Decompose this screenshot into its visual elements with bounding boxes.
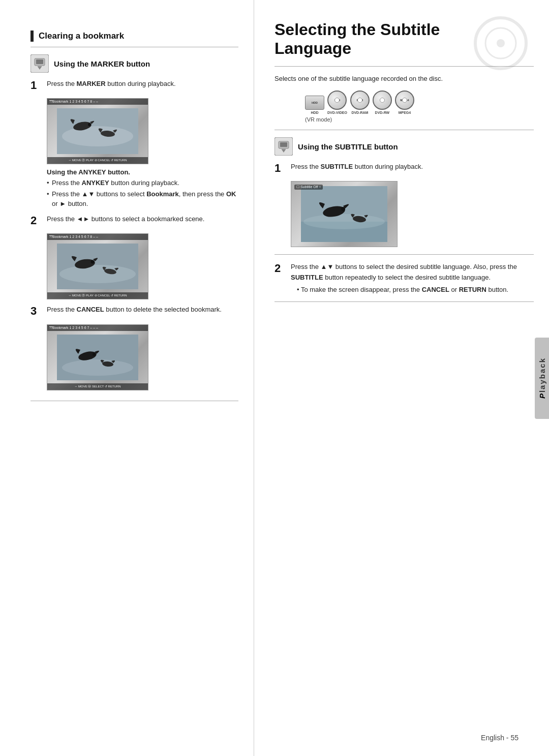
osd-bar-2-top: ⁇Bookmark 1 2 3 4 5 6 7 8 – – — [47, 234, 148, 240]
marker-icon — [30, 54, 49, 73]
bird-svg-subtitle — [301, 186, 387, 242]
anykey-section: Using the ANYKEY button. Press the ANYKE… — [47, 168, 238, 209]
title-area: Selecting the Subtitle Language — [274, 20, 534, 58]
svg-point-6 — [62, 126, 133, 146]
right-column: Selecting the Subtitle Language Selects … — [254, 0, 549, 756]
disc-icon-hdd: HDD HDD — [305, 96, 324, 114]
screenshot-1-content — [47, 99, 148, 164]
screenshot-subtitle-content — [291, 182, 397, 247]
anykey-bullets: Press the ANYKEY button during playback.… — [47, 178, 238, 209]
left-step3-text: Press the CANCEL button to delete the se… — [47, 305, 238, 315]
marker-subheading: Using the MARKER button — [54, 59, 150, 68]
anykey-bullet-1: Press the ANYKEY button during playback. — [47, 178, 238, 188]
bottom-left-divider — [30, 401, 238, 401]
subtitle-subheading: Using the SUBTITLE button — [298, 142, 398, 151]
anykey-bold-1: ANYKEY — [82, 179, 109, 187]
anykey-title: Using the ANYKEY button. — [47, 168, 238, 176]
svg-point-30 — [303, 214, 385, 229]
disc-icon-dvd-ram: RAM DVD-RAM — [350, 90, 370, 114]
left-step2-row: 2 Press the ◄► buttons to select a bookm… — [30, 214, 238, 227]
page-label: English - 55 — [481, 734, 518, 742]
section-title-bar: Clearing a bookmark — [30, 31, 238, 42]
disc-label-hdd: HDD — [311, 111, 318, 114]
ok-bold: OK — [226, 190, 236, 198]
subtitle-icon — [274, 137, 293, 156]
return-bold-right: RETURN — [459, 286, 486, 293]
svg-point-13 — [91, 260, 95, 264]
disc-icon-mpeg4: MPEG4 MPEG4 — [395, 90, 414, 114]
black-bar-decoration — [30, 31, 34, 42]
big-title-line2: Language — [274, 39, 534, 58]
screenshot-3: ⁇Bookmark 1 2 3 4 5 6 7 – – – — [47, 324, 148, 390]
disc-shape-mpeg4: MPEG4 — [395, 90, 414, 110]
svg-rect-2 — [36, 59, 43, 64]
screenshot-1: ⁇Bookmark 1 2 3 4 5 6 7 8 – – — [47, 98, 148, 164]
svg-point-8 — [88, 123, 91, 126]
osd-bar-3-bottom: ↔ MOVE ⓦ SELECT ↺ RETURN — [47, 383, 148, 390]
osd-bar-2-bottom: ↔ MOVE ⓟ PLAY ⊘ CANCEL ↺ RETURN — [47, 292, 148, 299]
big-title-line1: Selecting the Subtitle — [274, 20, 534, 39]
svg-point-32 — [341, 207, 345, 211]
disc-shape-dvd-video: DVD — [327, 90, 347, 110]
section-title: Clearing a bookmark — [39, 31, 124, 41]
bird-svg-2 — [57, 244, 138, 289]
right-mid-divider — [274, 130, 534, 130]
right-step2-num: 2 — [274, 262, 286, 275]
right-step2-row: 2 Press the ▲▼ buttons to select the des… — [274, 262, 534, 294]
right-step1-text: Press the SUBTITLE button during playbac… — [291, 162, 534, 172]
screenshot-2-inner: ⁇Bookmark 1 2 3 4 5 6 7 8 – – — [47, 234, 148, 299]
sidebar-tab-text: Playback — [538, 357, 546, 399]
marker-subheading-row: Using the MARKER button — [30, 54, 238, 73]
subtitle-bold-1: SUBTITLE — [321, 163, 353, 170]
svg-point-11 — [59, 265, 136, 283]
osd-bar-1-bottom: ↔ MOVE ⓟ PLAY ⊘ CANCEL ↺ RETURN — [47, 157, 148, 164]
right-step1-num: 1 — [274, 162, 286, 175]
right-bottom-divider — [274, 301, 534, 302]
left-step1-num: 1 — [30, 79, 42, 92]
marker-bold: MARKER — [77, 80, 106, 87]
left-step3-num: 3 — [30, 305, 42, 318]
screenshot-3-content — [47, 325, 148, 390]
disc-shape-dvd-rw: RW — [373, 90, 392, 110]
osd-bar-3-top: ⁇Bookmark 1 2 3 4 5 6 7 – – – — [47, 325, 148, 331]
left-step2-num: 2 — [30, 214, 42, 227]
disc-label-dvd-rw: DVD-RW — [375, 111, 390, 114]
cancel-bold-left: CANCEL — [77, 306, 104, 313]
subtitle-bold-2: SUBTITLE — [291, 274, 323, 281]
right-step1-row: 1 Press the SUBTITLE button during playb… — [274, 162, 534, 175]
disc-icon-dvd-rw: RW DVD-RW — [373, 90, 392, 114]
left-step2-text: Press the ◄► buttons to select a bookmar… — [47, 214, 238, 224]
left-step1-text: Press the MARKER button during playback. — [47, 79, 238, 89]
left-column: Clearing a bookmark Using the MARKER but… — [0, 0, 254, 756]
subtitle-osd: ☐ Subtitle Off ÷ — [294, 185, 323, 190]
sidebar-tab: Playback — [535, 338, 549, 419]
hdd-shape: HDD — [305, 96, 324, 110]
screenshot-2-content — [47, 234, 148, 299]
screenshot-subtitle-inner: ☐ Subtitle Off ÷ — [291, 182, 397, 247]
svg-point-18 — [93, 353, 96, 356]
bird-svg-3 — [57, 335, 138, 380]
disc-icon-dvd-video: DVD DVD-VIDEO — [327, 90, 347, 114]
disc-label-mpeg4: MPEG4 — [399, 111, 411, 114]
page-container: Clearing a bookmark Using the MARKER but… — [0, 0, 549, 756]
screenshot-3-inner: ⁇Bookmark 1 2 3 4 5 6 7 – – – — [47, 325, 148, 390]
subtitle-subheading-row: Using the SUBTITLE button — [274, 137, 534, 156]
big-title: Selecting the Subtitle Language — [274, 20, 534, 58]
screenshot-1-inner: ⁇Bookmark 1 2 3 4 5 6 7 8 – – — [47, 99, 148, 164]
intro-text: Selects one of the subtitle language rec… — [274, 74, 458, 84]
disc-icons-row: HDD HDD DVD DVD-VIDEO RAM DVD-RAM RW DVD… — [305, 90, 534, 114]
right-step2-bullet: To make the screen disappear, press the … — [291, 285, 534, 295]
right-step2-divider — [274, 254, 534, 255]
cancel-bold-right: CANCEL — [422, 286, 449, 293]
disc-label-dvd-ram: DVD-RAM — [351, 111, 368, 114]
screenshot-2: ⁇Bookmark 1 2 3 4 5 6 7 8 – – — [47, 233, 148, 299]
anykey-bullet-2: Press the ▲▼ buttons to select Bookmark,… — [47, 189, 238, 209]
vr-mode-text: (VR mode) — [305, 116, 534, 123]
disc-shape-dvd-ram: RAM — [350, 90, 370, 110]
disc-label-dvd-video: DVD-VIDEO — [327, 111, 347, 114]
left-step3-row: 3 Press the CANCEL button to delete the … — [30, 305, 238, 318]
right-step2-text: Press the ▲▼ buttons to select the desir… — [291, 263, 517, 281]
right-step2-content: Press the ▲▼ buttons to select the desir… — [291, 262, 534, 294]
bookmark-bold: Bookmark — [146, 190, 179, 198]
svg-point-16 — [62, 359, 133, 376]
